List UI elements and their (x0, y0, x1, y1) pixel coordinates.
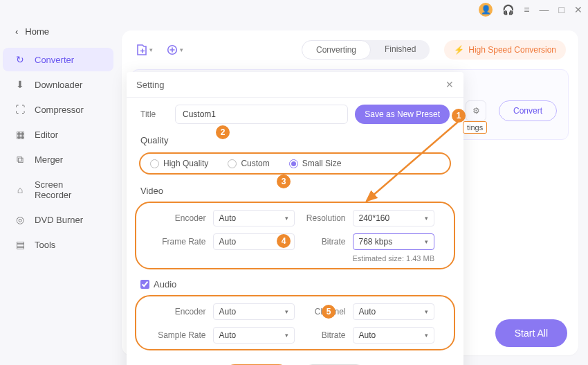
chevron-down-icon: ▾ (149, 46, 153, 53)
encoder-label: Encoder (156, 307, 206, 317)
sidebar-item-screen-recorder[interactable]: ⌂Screen Recorder (3, 173, 113, 206)
audio-encoder-select[interactable]: Auto▾ (213, 303, 295, 320)
audio-channel-select[interactable]: Auto▾ (353, 303, 434, 320)
settings-dialog: Setting ✕ Title Custom1 Save as New Pres… (127, 72, 463, 365)
avatar[interactable]: 👤 (479, 3, 493, 17)
chevron-down-icon: ▾ (425, 215, 428, 222)
annotation-step-4: 4 (277, 234, 291, 248)
sample-rate-label: Sample Rate (156, 330, 206, 340)
quality-section-title: Quality (127, 131, 463, 148)
chevron-down-icon: ▾ (425, 238, 428, 245)
home-label: Home (25, 26, 49, 37)
audio-samplerate-select[interactable]: Auto▾ (213, 327, 295, 344)
screen-recorder-icon: ⌂ (14, 184, 26, 195)
title-input[interactable]: Custom1 (175, 105, 348, 124)
frame-rate-label: Frame Rate (156, 237, 206, 247)
annotation-step-3: 3 (277, 175, 291, 188)
sidebar-item-editor[interactable]: ▦Editor (3, 123, 113, 146)
audio-bitrate-select[interactable]: Auto▾ (353, 327, 434, 344)
chevron-down-icon: ▾ (425, 332, 428, 339)
quality-radio-group: High Quality Custom Small Size (139, 152, 451, 175)
maximize-button[interactable]: □ (559, 4, 564, 15)
save-preset-button[interactable]: Save as New Preset (355, 105, 450, 124)
converter-icon: ↻ (14, 54, 26, 65)
sidebar-item-label: Downloader (35, 80, 82, 90)
chevron-down-icon: ▾ (285, 332, 288, 339)
close-button[interactable]: ✕ (574, 4, 582, 15)
encoder-label: Encoder (156, 213, 206, 223)
support-icon[interactable]: 🎧 (502, 4, 514, 15)
radio-icon (289, 159, 298, 168)
sidebar-item-compressor[interactable]: ⛶Compressor (3, 98, 113, 121)
radio-custom[interactable]: Custom (228, 159, 269, 168)
annotation-tooltip: tings (463, 121, 487, 134)
chevron-down-icon: ▾ (425, 308, 428, 315)
bitrate-label: Bitrate (302, 330, 346, 340)
sidebar-item-label: Editor (35, 130, 58, 140)
sidebar-item-merger[interactable]: ⧉Merger (3, 148, 113, 172)
close-icon[interactable]: ✕ (445, 79, 454, 90)
sidebar-item-dvd-burner[interactable]: ◎DVD Burner (3, 208, 113, 231)
audio-section-title: Audio (127, 275, 463, 292)
gear-icon: ⚙ (472, 106, 480, 116)
radio-icon (150, 159, 159, 168)
annotation-step-1: 1 (452, 109, 466, 123)
radio-high-quality[interactable]: High Quality (150, 159, 208, 168)
tab-converting[interactable]: Converting (302, 40, 371, 60)
dialog-title: Setting (136, 80, 164, 90)
minimize-button[interactable]: — (540, 4, 549, 15)
start-all-button[interactable]: Start All (495, 319, 567, 347)
annotation-step-5: 5 (322, 305, 336, 319)
estimated-size: Estimated size: 1.43 MB (143, 250, 447, 262)
tab-finished[interactable]: Finished (371, 40, 430, 60)
video-settings-group: Encoder Auto▾ Resolution 240*160▾ Frame … (135, 202, 455, 269)
dvd-burner-icon: ◎ (14, 214, 26, 225)
compressor-icon: ⛶ (14, 104, 26, 115)
sidebar-item-label: Screen Recorder (35, 179, 102, 200)
chevron-down-icon: ▾ (285, 215, 288, 222)
video-encoder-select[interactable]: Auto▾ (213, 210, 295, 226)
sidebar-item-label: Converter (35, 55, 74, 65)
sidebar-item-label: Merger (35, 154, 63, 165)
merger-icon: ⧉ (14, 154, 26, 166)
resolution-label: Resolution (302, 213, 346, 223)
add-file-button[interactable]: ▾ (134, 42, 154, 58)
video-bitrate-select[interactable]: 768 kbps▾ (353, 233, 434, 250)
sidebar-item-label: DVD Burner (35, 215, 83, 225)
high-speed-badge[interactable]: ⚡High Speed Conversion (444, 40, 566, 60)
home-link[interactable]: ‹ Home (3, 19, 113, 48)
sidebar-item-label: Tools (35, 240, 55, 250)
sidebar-item-converter[interactable]: ↻Converter (3, 48, 113, 71)
annotation-step-2: 2 (216, 125, 230, 139)
downloader-icon: ⬇ (14, 79, 26, 90)
radio-small-size[interactable]: Small Size (289, 159, 342, 168)
chevron-down-icon: ▾ (285, 308, 288, 315)
video-section-title: Video (127, 181, 463, 199)
radio-icon (228, 159, 237, 168)
audio-settings-group: Encoder Auto▾ Channel Auto▾ Sample Rate … (135, 295, 455, 350)
tab-switch: Converting Finished (302, 40, 430, 60)
bolt-icon: ⚡ (454, 45, 464, 55)
tools-icon: ▤ (14, 239, 26, 250)
editor-icon: ▦ (14, 129, 26, 140)
sidebar-item-tools[interactable]: ▤Tools (3, 233, 113, 256)
convert-button[interactable]: Convert (499, 100, 557, 121)
audio-checkbox[interactable] (140, 280, 149, 289)
add-folder-button[interactable]: ▾ (165, 42, 184, 58)
sidebar-item-label: Compressor (35, 105, 84, 115)
video-resolution-select[interactable]: 240*160▾ (353, 210, 434, 226)
chevron-down-icon: ▾ (180, 46, 183, 53)
bitrate-label: Bitrate (302, 237, 346, 247)
menu-icon[interactable]: ≡ (524, 4, 529, 15)
back-icon: ‹ (15, 26, 18, 37)
title-label: Title (140, 109, 168, 119)
settings-button[interactable]: ⚙ (466, 100, 486, 121)
sidebar-item-downloader[interactable]: ⬇Downloader (3, 73, 113, 96)
